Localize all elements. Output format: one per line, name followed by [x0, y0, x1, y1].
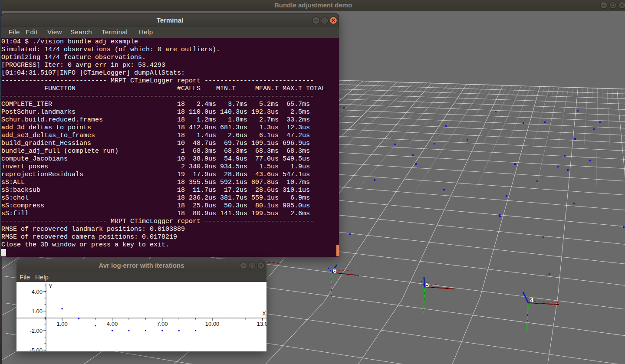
svg-text:Y: Y: [49, 283, 53, 289]
svg-text:13.0: 13.0: [257, 321, 266, 327]
svg-text:1.00: 1.00: [32, 308, 43, 315]
svg-text:10.00: 10.00: [205, 321, 220, 327]
svg-text:X: X: [262, 310, 266, 317]
svg-text:4: 4: [530, 296, 534, 304]
svg-text:6: 6: [333, 267, 336, 274]
svg-text:5: 5: [425, 281, 429, 289]
svg-text:1.00: 1.00: [56, 321, 67, 327]
svg-text:7.00: 7.00: [157, 321, 168, 327]
svg-text:4.00: 4.00: [32, 289, 43, 295]
svg-text:4.00: 4.00: [107, 321, 118, 327]
svg-text:-5.00: -5.00: [30, 347, 43, 352]
svg-text:-2.00: -2.00: [30, 328, 43, 334]
